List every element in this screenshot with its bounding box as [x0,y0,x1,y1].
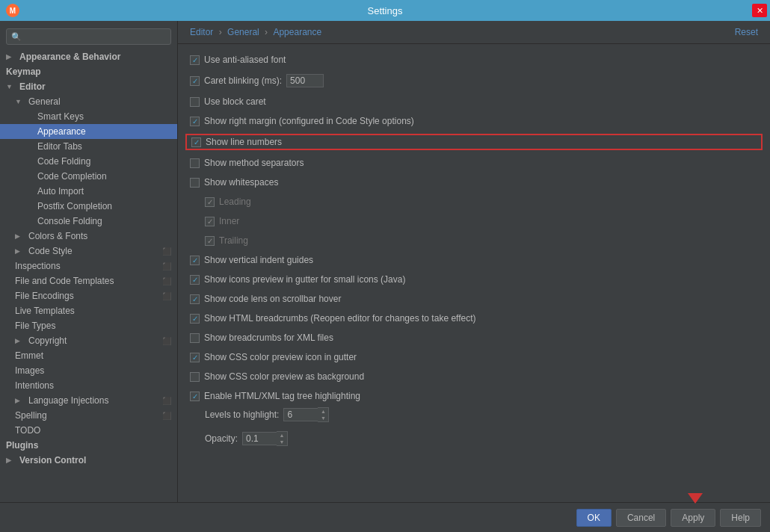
opacity-input[interactable] [242,432,277,445]
enable-tag-checkbox[interactable] [190,392,200,401]
sidebar-item-language-injections[interactable]: ▶Language Injections⬛ [0,393,177,408]
sidebar-label-appearance: Appearance [37,126,171,137]
checkbox-html-breadcrumbs[interactable] [190,314,200,324]
levels-down[interactable]: ▼ [318,415,328,421]
breadcrumb-appearance: Appearance [273,27,321,37]
setting-row-caret-blinking: Caret blinking (ms): [190,72,758,89]
sidebar-label-language-injections: Language Injections [28,395,159,406]
sidebar-label-inspections: Inspections [15,261,159,271]
sidebar-item-intentions[interactable]: Intentions [0,378,177,393]
levels-arrows: ▲ ▼ [318,407,329,422]
levels-up[interactable]: ▲ [318,408,328,415]
app-logo: M [6,4,19,17]
sidebar-list: ▶Appearance & BehaviorKeymap▼Editor▼Gene… [0,49,177,468]
setting-row-html-breadcrumbs: Show HTML breadcrumbs (Reopen editor for… [190,312,758,325]
setting-row-icons-preview: Show icons preview in gutter for small i… [190,273,758,286]
title-bar: M Settings ✕ [0,0,770,21]
arrow-editor: ▼ [6,83,16,90]
reset-link[interactable]: Reset [735,27,758,37]
checkbox-icons-preview[interactable] [190,275,200,285]
arrow-appearance-behavior: ▶ [6,53,16,61]
checkbox-leading[interactable] [205,197,215,207]
setting-row-vertical-indent: Show vertical indent guides [190,253,758,267]
help-button[interactable]: Help [720,509,761,527]
badge-code-style: ⬛ [162,247,171,256]
sidebar-item-code-completion[interactable]: Code Completion [0,169,177,184]
sidebar-item-file-types[interactable]: File Types [0,318,177,333]
sidebar-item-colors-fonts[interactable]: ▶Colors & Fonts [0,229,177,244]
levels-input[interactable] [283,408,318,421]
sidebar-item-smart-keys[interactable]: Smart Keys [0,109,177,124]
label-html-breadcrumbs: Show HTML breadcrumbs (Reopen editor for… [204,313,476,324]
checkbox-whitespaces[interactable] [190,178,200,188]
sidebar-label-general: General [28,96,171,107]
ok-button[interactable]: OK [576,509,612,527]
checkbox-inner[interactable] [205,217,215,226]
sidebar-item-images[interactable]: Images [0,363,177,378]
checkbox-trailing[interactable] [205,236,215,246]
sidebar-label-console-folding: Console Folding [37,216,171,226]
opacity-label: Opacity: [205,433,238,444]
checkbox-block-caret[interactable] [190,97,200,107]
cancel-button[interactable]: Cancel [616,509,666,527]
sidebar-item-copyright[interactable]: ▶Copyright⬛ [0,333,177,348]
main-container: 🔍 ▶Appearance & BehaviorKeymap▼Editor▼Ge… [0,21,770,502]
sidebar-item-spelling[interactable]: Spelling⬛ [0,408,177,423]
arrow-code-style: ▶ [15,247,25,255]
setting-row-block-caret: Use block caret [190,95,758,108]
checkbox-vertical-indent[interactable] [190,256,200,265]
sidebar-label-file-encodings: File Encodings [15,291,159,301]
sidebar-item-plugins[interactable]: Plugins [0,438,177,453]
sidebar-item-console-folding[interactable]: Console Folding [0,214,177,229]
opacity-spinner[interactable]: ▲ ▼ [242,431,288,446]
setting-row-method-separators: Show method separators [190,156,758,170]
checkbox-caret-blinking[interactable] [190,76,200,86]
sidebar-item-postfix-completion[interactable]: Postfix Completion [0,199,177,214]
sidebar-item-appearance[interactable]: Appearance [0,124,177,139]
checkbox-code-lens[interactable] [190,294,200,304]
breadcrumb-general: General [227,27,259,37]
ok-arrow-indicator [688,493,703,504]
sidebar-item-version-control[interactable]: ▶Version Control [0,453,177,468]
sidebar-label-code-completion: Code Completion [37,171,171,182]
label-vertical-indent: Show vertical indent guides [204,255,313,265]
search-input[interactable] [25,31,166,42]
sidebar-item-keymap[interactable]: Keymap [0,64,177,79]
sidebar-item-appearance-behavior[interactable]: ▶Appearance & Behavior [0,49,177,64]
arrow-language-injections: ▶ [15,397,25,404]
checkbox-right-margin[interactable] [190,117,200,126]
sidebar-item-todo[interactable]: TODO [0,423,177,438]
sidebar-label-emmet: Emmet [15,350,171,361]
sidebar-label-editor-tabs: Editor Tabs [37,141,171,152]
sidebar-item-editor[interactable]: ▼Editor [0,79,177,94]
sidebar-item-live-templates[interactable]: Live Templates [0,303,177,318]
checkbox-anti-aliased[interactable] [190,55,200,65]
checkbox-xml-breadcrumbs[interactable] [190,333,200,343]
checkbox-line-numbers[interactable] [191,137,201,147]
levels-spinner[interactable]: ▲ ▼ [283,407,329,422]
search-box[interactable]: 🔍 [6,28,171,45]
opacity-up[interactable]: ▲ [277,432,287,439]
sidebar-item-general[interactable]: ▼General [0,94,177,109]
close-button[interactable]: ✕ [752,4,767,17]
checkbox-css-color-icon[interactable] [190,353,200,362]
sidebar-item-emmet[interactable]: Emmet [0,348,177,363]
sidebar-item-code-folding[interactable]: Code Folding [0,154,177,169]
input-caret-blinking[interactable] [286,74,324,87]
sidebar-item-auto-import[interactable]: Auto Import [0,184,177,199]
sidebar-item-file-code-templates[interactable]: File and Code Templates⬛ [0,273,177,288]
sidebar-item-file-encodings[interactable]: File Encodings⬛ [0,288,177,303]
setting-row-trailing: Trailing [190,234,758,247]
sidebar-item-editor-tabs[interactable]: Editor Tabs [0,139,177,154]
sidebar-item-code-style[interactable]: ▶Code Style⬛ [0,244,177,259]
breadcrumb: Editor › General › Appearance [190,27,321,37]
bottom-bar: OK Cancel Apply Help [0,502,770,532]
checkbox-css-color-bg[interactable] [190,372,200,382]
checkbox-method-separators[interactable] [190,158,200,168]
apply-button[interactable]: Apply [671,509,715,527]
label-caret-blinking: Caret blinking (ms): [204,75,282,86]
opacity-arrows: ▲ ▼ [277,431,288,446]
sidebar-item-inspections[interactable]: Inspections⬛ [0,259,177,273]
sidebar-label-plugins: Plugins [6,440,171,451]
opacity-down[interactable]: ▼ [277,439,287,445]
